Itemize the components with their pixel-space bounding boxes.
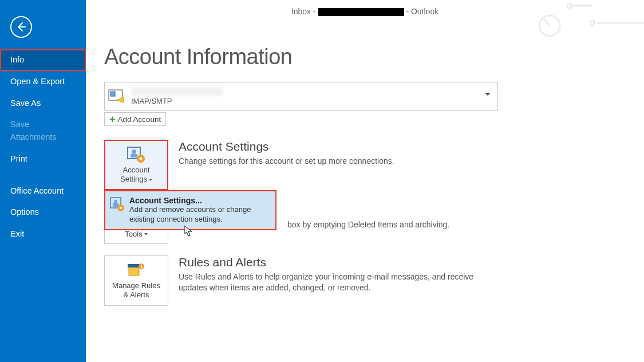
main-content: Inbox - - Outlook Account Information IM…	[86, 0, 644, 362]
chevron-down-icon	[144, 233, 148, 235]
redacted-email	[318, 8, 404, 16]
add-account-button[interactable]: + Add Account	[104, 112, 166, 126]
nav-office-account[interactable]: Office Account	[0, 180, 86, 202]
dropdown-title: Account Settings...	[129, 196, 271, 205]
nav-save-as[interactable]: Save As	[0, 93, 86, 115]
decoration-graphic	[530, 0, 644, 40]
svg-rect-7	[131, 154, 137, 158]
svg-rect-15	[129, 266, 139, 276]
account-settings-menu-item[interactable]: Account Settings... Add and remove accou…	[104, 190, 276, 230]
backstage-sidebar: Info Open & Export Save As Save Attachme…	[0, 0, 86, 362]
rules-alerts-icon	[127, 262, 146, 279]
manage-rules-alerts-button[interactable]: Manage Rules & Alerts	[104, 255, 168, 306]
account-settings-icon	[127, 146, 146, 163]
svg-point-11	[114, 200, 117, 203]
rules-alerts-heading: Rules and Alerts	[179, 255, 488, 269]
plus-icon: +	[109, 114, 116, 124]
dropdown-description: Add and remove accounts or change existi…	[129, 205, 271, 225]
mailbox-icon	[107, 87, 125, 105]
account-settings-heading: Account Settings	[179, 140, 394, 154]
nav-options[interactable]: Options	[0, 202, 86, 223]
page-title: Account Information	[104, 45, 644, 69]
svg-point-14	[120, 207, 122, 209]
svg-point-6	[132, 149, 136, 154]
nav-print[interactable]: Print	[0, 148, 86, 170]
svg-rect-16	[128, 264, 140, 267]
account-email-redacted	[131, 88, 223, 96]
nav-save-attachments: Save Attachments	[0, 114, 86, 148]
account-type-label: IMAP/SMTP	[131, 97, 223, 105]
arrow-left-icon	[15, 21, 27, 33]
svg-point-1	[590, 21, 595, 25]
chevron-down-icon	[485, 93, 491, 96]
account-settings-icon	[110, 197, 125, 212]
account-settings-description: Change settings for this account or set …	[179, 156, 394, 167]
nav-exit[interactable]: Exit	[0, 223, 86, 245]
svg-rect-4	[110, 92, 115, 96]
svg-rect-12	[113, 203, 118, 207]
nav-open-export[interactable]: Open & Export	[0, 71, 86, 93]
account-selector-dropdown[interactable]: IMAP/SMTP	[104, 82, 498, 111]
svg-point-9	[140, 157, 143, 160]
chevron-down-icon	[149, 179, 152, 181]
nav-info[interactable]: Info	[0, 49, 86, 71]
back-button[interactable]	[10, 16, 32, 38]
account-settings-button[interactable]: Account Settings	[104, 140, 168, 190]
rules-alerts-description: Use Rules and Alerts to help organize yo…	[179, 272, 488, 293]
